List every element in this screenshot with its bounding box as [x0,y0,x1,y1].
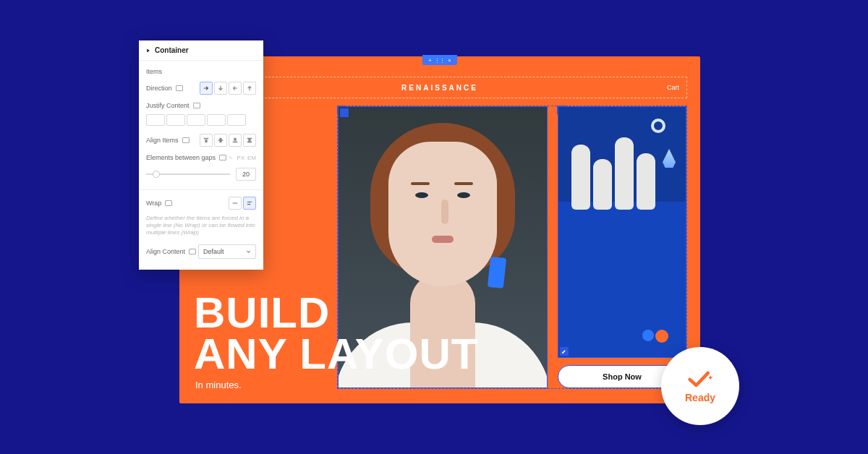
svg-rect-0 [204,138,208,140]
responsive-icon[interactable] [189,249,196,254]
gaps-value-input[interactable]: 20 [236,168,256,181]
cart-link[interactable]: Cart [667,84,679,91]
unit-px[interactable]: PX [237,155,244,161]
responsive-icon[interactable] [165,200,172,206]
chevron-down-icon [246,249,251,254]
link-values-icon[interactable] [228,155,234,160]
wrap-label: Wrap [146,200,161,207]
site-header-container[interactable]: RENAISSANCE Cart [192,77,687,98]
pendant-icon [663,149,676,168]
responsive-icon[interactable] [182,137,190,143]
justify-between-button[interactable] [207,114,226,126]
svg-rect-8 [248,138,250,142]
panel-section-toggle[interactable]: Container [139,40,263,61]
wrap-wrap-button[interactable] [243,197,256,210]
handle-grip-icon: ⋮⋮ [435,58,445,63]
align-end-button[interactable] [229,134,242,147]
gaps-slider[interactable] [146,174,230,175]
headline-line-1: BUILD [194,292,671,333]
align-content-label: Align Content [146,248,185,255]
wrap-nowrap-button[interactable] [229,197,242,210]
svg-rect-4 [233,142,237,143]
ring-icon [651,119,665,133]
justify-center-button[interactable] [166,114,185,126]
justify-content-label: Justify Content [146,102,190,109]
justify-end-button[interactable] [187,114,205,126]
direction-row-button[interactable] [200,82,213,95]
handle-close-icon: × [448,58,451,63]
handle-plus-icon: + [428,58,431,63]
checkmark-icon [687,369,713,389]
responsive-icon[interactable] [193,103,200,108]
svg-rect-1 [205,140,207,142]
unit-em[interactable]: EM [247,155,256,161]
align-content-value: Default [203,248,224,255]
earring-icon [488,257,506,288]
gaps-label: Elements between gaps [146,154,216,161]
wrap-hint: Define whether the items are forced in a… [146,213,256,241]
justify-content-options [146,113,256,130]
sculpture-icon [571,123,658,210]
direction-label: Direction [146,85,172,92]
section-handle[interactable]: + ⋮⋮ × [422,55,457,65]
caret-right-icon [146,48,150,53]
slider-knob[interactable] [153,171,160,178]
responsive-icon[interactable] [176,85,183,91]
site-brand: RENAISSANCE [401,84,478,92]
hero-headline: BUILD ANY LAYOUT [194,292,671,374]
svg-rect-3 [219,138,221,142]
direction-buttons [200,82,256,95]
direction-column-button[interactable] [214,82,227,95]
hero-subhead: In minutes. [195,380,242,390]
svg-rect-5 [234,138,236,141]
direction-column-reverse-button[interactable] [243,82,256,95]
items-heading: Items [146,65,256,78]
panel-title: Container [155,46,189,54]
align-start-button[interactable] [200,134,213,147]
justify-around-button[interactable] [227,114,246,126]
ready-label: Ready [685,392,715,403]
headline-line-2: ANY LAYOUT [194,333,671,374]
ready-badge: Ready [661,347,739,425]
align-stretch-button[interactable] [243,134,256,147]
align-center-button[interactable] [214,134,227,147]
direction-row-reverse-button[interactable] [229,82,242,95]
crop-handle-icon[interactable] [340,108,349,117]
justify-start-button[interactable] [146,114,165,126]
container-properties-panel: Container Items Direction Justify Conten… [139,40,263,270]
align-items-label: Align Items [146,137,179,144]
align-content-select[interactable]: Default [198,244,256,259]
responsive-icon[interactable] [219,155,226,160]
